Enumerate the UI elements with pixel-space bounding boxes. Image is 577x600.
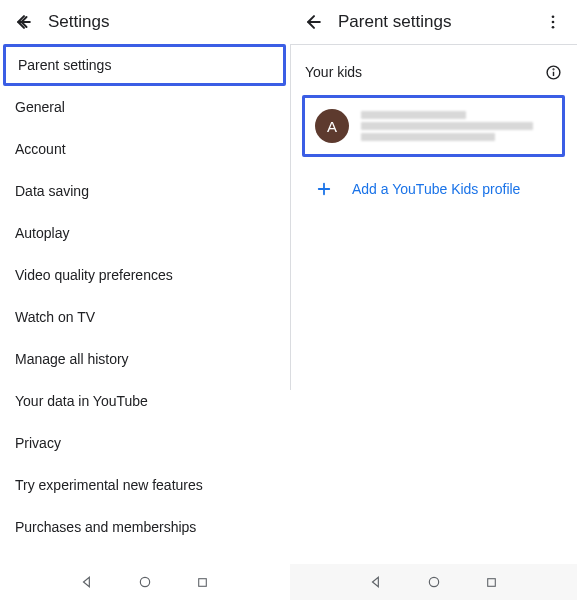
page-title: Settings <box>48 12 109 32</box>
svg-point-4 <box>552 15 555 18</box>
your-kids-section-header: Your kids <box>290 45 577 89</box>
svg-marker-12 <box>372 577 378 586</box>
svg-marker-1 <box>83 577 89 586</box>
avatar: A <box>315 109 349 143</box>
settings-appbar: Settings <box>0 0 289 44</box>
nav-home-button[interactable] <box>137 574 153 590</box>
android-navbar <box>0 564 289 600</box>
back-button[interactable] <box>8 6 40 38</box>
settings-item-privacy[interactable]: Privacy <box>0 422 289 464</box>
settings-item-parent-settings[interactable]: Parent settings <box>3 44 286 86</box>
svg-point-2 <box>140 577 149 586</box>
settings-item-autoplay[interactable]: Autoplay <box>0 212 289 254</box>
nav-recent-button[interactable] <box>484 574 500 590</box>
nav-home-button[interactable] <box>426 574 442 590</box>
nav-back-button[interactable] <box>79 574 95 590</box>
nav-back-button[interactable] <box>368 574 384 590</box>
pane-divider <box>290 44 291 390</box>
svg-rect-14 <box>488 578 496 586</box>
more-vert-icon <box>544 13 562 31</box>
svg-point-13 <box>429 577 438 586</box>
arrow-left-icon <box>304 12 324 32</box>
circle-icon <box>427 575 441 589</box>
info-button[interactable] <box>544 63 562 81</box>
settings-item-general[interactable]: General <box>0 86 289 128</box>
svg-point-5 <box>552 21 555 24</box>
parent-settings-appbar: Parent settings <box>290 0 577 44</box>
kid-profile-card[interactable]: A <box>302 95 565 157</box>
settings-item-video-quality[interactable]: Video quality preferences <box>0 254 289 296</box>
square-icon <box>196 576 209 589</box>
settings-item-experimental[interactable]: Try experimental new features <box>0 464 289 506</box>
settings-item-data-saving[interactable]: Data saving <box>0 170 289 212</box>
svg-rect-3 <box>199 578 207 586</box>
triangle-left-icon <box>369 575 383 589</box>
android-navbar <box>290 564 577 600</box>
add-kids-profile-button[interactable]: Add a YouTube Kids profile <box>290 163 577 215</box>
page-title: Parent settings <box>338 12 451 32</box>
settings-item-account[interactable]: Account <box>0 128 289 170</box>
add-kids-profile-label: Add a YouTube Kids profile <box>352 181 520 197</box>
circle-icon <box>138 575 152 589</box>
overflow-menu-button[interactable] <box>537 6 569 38</box>
settings-item-watch-on-tv[interactable]: Watch on TV <box>0 296 289 338</box>
triangle-left-icon <box>80 575 94 589</box>
section-title: Your kids <box>305 64 362 80</box>
settings-item-purchases[interactable]: Purchases and memberships <box>0 506 289 548</box>
info-icon <box>545 64 562 81</box>
settings-list: Parent settings General Account Data sav… <box>0 44 289 564</box>
svg-point-6 <box>552 26 555 29</box>
square-icon <box>485 576 498 589</box>
svg-point-9 <box>553 68 554 69</box>
plus-icon <box>312 177 336 201</box>
settings-item-your-data[interactable]: Your data in YouTube <box>0 380 289 422</box>
kid-profile-details-redacted <box>361 108 552 144</box>
nav-recent-button[interactable] <box>195 574 211 590</box>
arrow-left-icon <box>14 12 34 32</box>
settings-item-manage-history[interactable]: Manage all history <box>0 338 289 380</box>
back-button[interactable] <box>298 6 330 38</box>
